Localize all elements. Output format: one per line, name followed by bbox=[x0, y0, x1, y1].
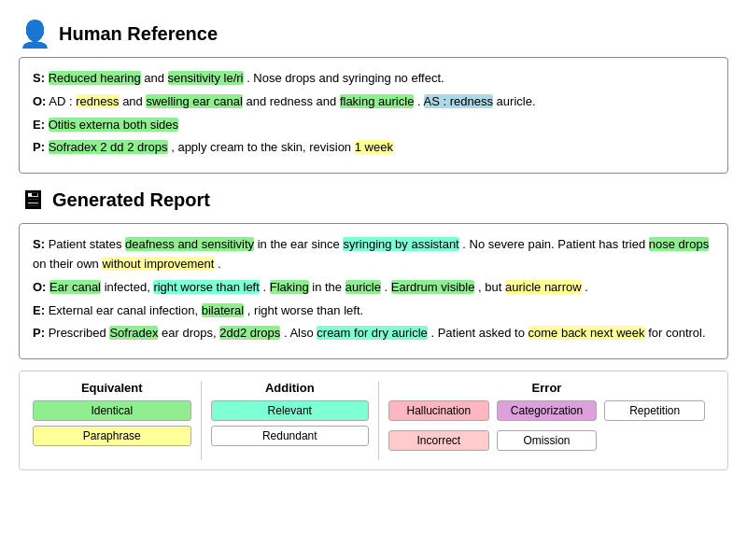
hr-p-seg1: Sofradex 2 dd 2 drops bbox=[49, 140, 168, 154]
hr-s-seg1: Reduced hearing bbox=[49, 71, 141, 85]
legend-paraphrase: Paraphrase bbox=[33, 426, 191, 446]
gr-s-seg4: syringing by assistant bbox=[343, 237, 458, 251]
gr-o-line: O: Ear canal infected, right worse than … bbox=[33, 278, 714, 298]
legend-error-row2: Incorrect Omission bbox=[388, 430, 705, 455]
hr-p-line: P: Sofradex 2 dd 2 drops , apply cream t… bbox=[33, 138, 714, 158]
legend-equivalent-title: Equivalent bbox=[33, 381, 191, 395]
legend-addition-title: Addition bbox=[211, 381, 370, 395]
legend-error-row1: Hallucination Categorization Repetition bbox=[388, 400, 705, 426]
hr-o-seg3: and bbox=[122, 94, 146, 108]
gr-o-seg1: Ear canal bbox=[49, 280, 101, 294]
gr-s-seg5: . No severe pain. Patient has tried bbox=[462, 237, 648, 251]
gr-o-seg3: right worse than left bbox=[153, 280, 259, 294]
gr-o-seg8: . bbox=[385, 280, 391, 294]
generated-report-header: 🖥 Generated Report bbox=[19, 185, 728, 216]
gr-e-label: E: bbox=[33, 303, 45, 317]
gr-s-line: S: Patient states deafness and sensitivi… bbox=[33, 235, 714, 274]
legend-relevant: Relevant bbox=[211, 400, 370, 421]
human-icon: 👤 bbox=[19, 19, 51, 49]
gr-o-seg10: , but bbox=[478, 280, 505, 294]
gr-p-seg5: . Also bbox=[284, 326, 317, 340]
gr-o-seg5: Flaking bbox=[270, 280, 309, 294]
gr-s-seg7: on their own bbox=[33, 257, 102, 271]
gr-s-seg3: in the ear since bbox=[258, 237, 344, 251]
gr-o-seg12: . bbox=[585, 280, 588, 294]
hr-o-label: O: bbox=[33, 94, 46, 108]
gr-p-seg2: Sofradex bbox=[109, 326, 158, 340]
gr-p-seg4: 2dd2 drops bbox=[219, 326, 280, 340]
gr-e-line: E: External ear canal infection, bilater… bbox=[33, 301, 714, 321]
gr-p-label: P: bbox=[33, 326, 45, 340]
gr-o-seg11: auricle narrow bbox=[505, 280, 582, 294]
legend-error-title: Error bbox=[388, 381, 705, 395]
gr-o-seg2: infected, bbox=[105, 280, 154, 294]
legend-grid: Equivalent Identical Paraphrase Addition… bbox=[33, 381, 714, 460]
gr-p-seg9: for control. bbox=[648, 326, 705, 340]
hr-o-seg6: flaking auricle bbox=[340, 94, 415, 108]
gr-p-seg3: ear drops, bbox=[162, 326, 219, 340]
gr-e-seg3: , right worse than left. bbox=[247, 303, 363, 317]
gr-p-seg6: cream for dry auricle bbox=[317, 326, 427, 340]
human-reference-header: 👤 Human Reference bbox=[19, 19, 728, 49]
hr-p-seg2: , apply cream to the skin, revision bbox=[171, 140, 355, 154]
hr-s-line: S: Reduced hearing and sensitivity le/ri… bbox=[33, 69, 714, 89]
hr-s-label: S: bbox=[33, 71, 45, 85]
hr-e-seg1: Otitis externa both sides bbox=[49, 118, 178, 132]
hr-o-line: O: AD : redness and swelling ear canal a… bbox=[33, 92, 714, 112]
gr-s-seg9: . bbox=[218, 257, 221, 271]
gr-o-label: O: bbox=[33, 280, 46, 294]
gr-p-line: P: Prescribed Sofradex ear drops, 2dd2 d… bbox=[33, 324, 714, 343]
gr-e-seg1: External ear canal infection, bbox=[49, 303, 202, 317]
gr-p-seg7: . Patient asked to bbox=[430, 326, 528, 340]
gr-s-seg1: Patient states bbox=[49, 237, 125, 251]
legend-incorrect: Incorrect bbox=[388, 430, 489, 451]
hr-o-seg5: and redness and bbox=[246, 94, 339, 108]
hr-e-label: E: bbox=[33, 118, 45, 132]
hr-o-seg8: AS : redness bbox=[424, 94, 493, 108]
gr-p-seg1: Prescribed bbox=[49, 326, 110, 340]
legend-repetition: Repetition bbox=[604, 400, 705, 421]
human-reference-box: S: Reduced hearing and sensitivity le/ri… bbox=[19, 57, 728, 174]
hr-p-seg3: 1 week bbox=[355, 140, 393, 154]
generated-report-box: S: Patient states deafness and sensitivi… bbox=[19, 223, 728, 359]
gr-s-seg2: deafness and sensitivity bbox=[125, 237, 254, 251]
hr-s-seg4: . Nose drops and syringing no effect. bbox=[247, 71, 444, 85]
gr-e-seg2: bilateral bbox=[202, 303, 245, 317]
gr-o-seg4: . bbox=[262, 280, 269, 294]
gr-s-seg6: nose drops bbox=[649, 237, 709, 251]
gr-p-seg8: come back next week bbox=[529, 326, 645, 340]
gr-s-label: S: bbox=[33, 237, 45, 251]
hr-p-label: P: bbox=[33, 140, 45, 154]
legend-section: Equivalent Identical Paraphrase Addition… bbox=[19, 371, 728, 470]
legend-categorization: Categorization bbox=[497, 400, 598, 421]
gr-o-seg7: auricle bbox=[345, 280, 381, 294]
legend-omission: Omission bbox=[497, 430, 598, 451]
legend-redundant: Redundant bbox=[211, 426, 370, 446]
legend-hallucination: Hallucination bbox=[388, 400, 489, 421]
computer-icon: 🖥 bbox=[19, 185, 45, 216]
hr-e-line: E: Otitis externa both sides bbox=[33, 116, 714, 135]
hr-o-seg7: . bbox=[417, 94, 424, 108]
gr-o-seg6: in the bbox=[312, 280, 345, 294]
legend-identical: Identical bbox=[33, 400, 191, 421]
hr-o-seg4: swelling ear canal bbox=[146, 94, 242, 108]
generated-report-title: Generated Report bbox=[52, 189, 210, 211]
hr-o-seg9: auricle. bbox=[497, 94, 536, 108]
legend-equivalent-col: Equivalent Identical Paraphrase bbox=[33, 381, 202, 460]
legend-error-col: Error Hallucination Categorization Repet… bbox=[379, 381, 714, 460]
human-reference-title: Human Reference bbox=[59, 23, 218, 45]
gr-o-seg9: Eardrum visible bbox=[391, 280, 475, 294]
gr-s-seg8: without improvement bbox=[102, 257, 214, 271]
hr-o-seg1: AD : bbox=[49, 94, 76, 108]
hr-o-seg2: redness bbox=[76, 94, 119, 108]
hr-s-seg3: sensitivity le/ri bbox=[168, 71, 244, 85]
hr-s-seg2: and bbox=[144, 71, 167, 85]
legend-addition-col: Addition Relevant Redundant bbox=[202, 381, 380, 460]
